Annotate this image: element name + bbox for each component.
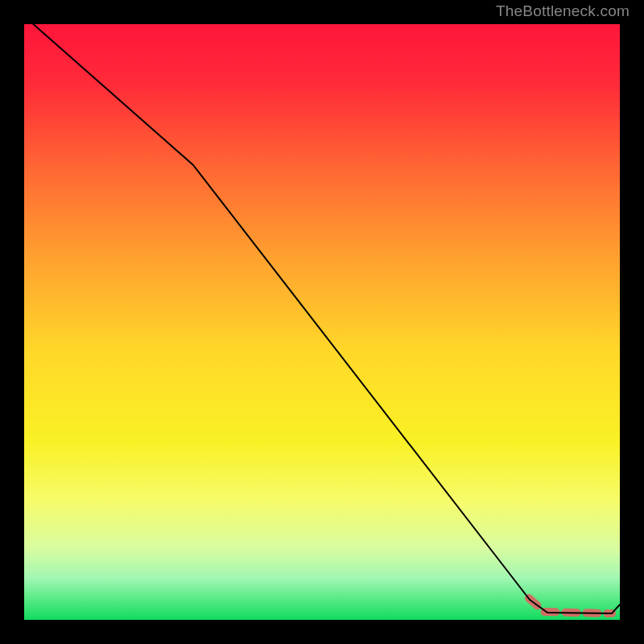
chart-container: TheBottleneck.com [0,0,644,644]
plot-area [24,24,620,620]
chart-svg [0,0,644,644]
attribution-text: TheBottleneck.com [496,2,630,20]
